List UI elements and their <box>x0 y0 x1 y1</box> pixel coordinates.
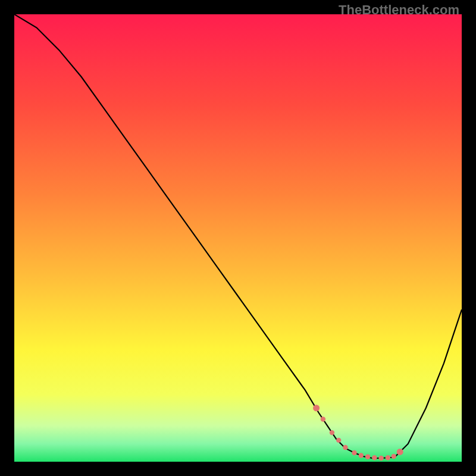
highlight-dot <box>392 454 396 459</box>
highlight-dot <box>359 453 364 458</box>
plot-area <box>14 14 462 462</box>
highlight-dot <box>343 445 347 450</box>
highlight-dot <box>378 456 383 461</box>
chart-frame: TheBottleneck.com <box>0 0 476 476</box>
watermark-text: TheBottleneck.com <box>339 2 459 18</box>
highlight-dot <box>397 449 403 455</box>
highlight-dot <box>313 405 320 411</box>
highlight-dot <box>321 416 325 421</box>
highlight-dot <box>365 455 370 459</box>
highlight-dot <box>386 455 390 460</box>
highlight-dot <box>336 438 341 443</box>
highlight-dots <box>14 14 462 462</box>
highlight-dot <box>352 450 356 455</box>
highlight-dot <box>330 430 334 435</box>
highlight-dot <box>372 455 377 460</box>
